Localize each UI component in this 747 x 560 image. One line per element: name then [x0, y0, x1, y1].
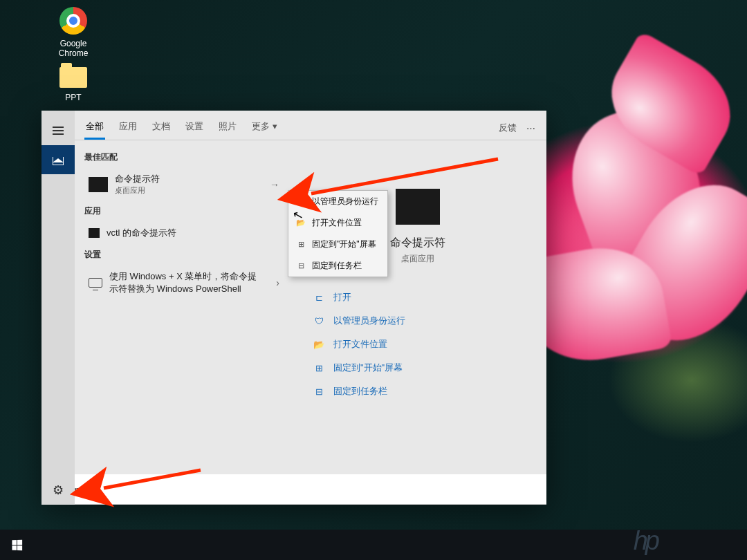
pin-taskbar-icon: ⊟ — [313, 386, 325, 397]
ctx-pin-to-start[interactable]: ⊞ 固定到"开始"屏幕 — [288, 234, 387, 255]
action-pin-taskbar[interactable]: ⊟ 固定到任务栏 — [310, 380, 533, 403]
action-pin-start[interactable]: ⊞ 固定到"开始"屏幕 — [310, 356, 533, 380]
open-icon: ⊏ — [313, 292, 325, 303]
windows-logo-icon — [12, 539, 22, 550]
desktop-icon-label: PPT — [47, 93, 100, 102]
home-icon — [53, 154, 64, 165]
action-open-location[interactable]: 📂 打开文件位置 — [310, 333, 533, 356]
shield-icon: 🛡 — [295, 197, 306, 207]
monitor-icon — [89, 278, 102, 288]
chrome-icon — [58, 6, 89, 36]
pin-taskbar-icon: ⊟ — [295, 261, 306, 271]
best-match-result[interactable]: 命令提示符 桌面应用 → — [84, 167, 289, 201]
action-run-as-admin[interactable]: 🛡 以管理员身份运行 — [310, 309, 533, 333]
tab-apps[interactable]: 应用 — [118, 116, 138, 140]
search-results-panel: 全部 应用 文档 设置 照片 更多 ▾ 反馈 ⋯ 最佳匹配 命令提示符 桌面应用… — [42, 111, 546, 505]
tab-settings[interactable]: 设置 — [184, 116, 205, 140]
folder-icon — [58, 59, 89, 90]
feedback-link[interactable]: 反馈 — [499, 122, 517, 134]
tab-more[interactable]: 更多 ▾ — [250, 116, 279, 140]
desktop-icon-ppt[interactable]: PPT — [47, 59, 100, 102]
home-button[interactable] — [42, 145, 75, 174]
pin-icon: ⊞ — [295, 240, 306, 250]
pin-icon: ⊞ — [313, 363, 325, 373]
apps-header: 应用 — [84, 201, 289, 221]
menu-button[interactable] — [42, 116, 75, 145]
best-match-header: 最佳匹配 — [84, 147, 289, 167]
shield-icon: 🛡 — [313, 316, 325, 326]
hp-logo: hp — [634, 526, 657, 556]
search-filter-tabs: 全部 应用 文档 设置 照片 更多 ▾ 反馈 ⋯ — [75, 111, 546, 140]
result-subtitle: 桌面应用 — [115, 185, 160, 196]
settings-result[interactable]: 使用 Windows + X 菜单时，将命令提示符替换为 Windows Pow… — [84, 265, 289, 301]
result-title: 命令提示符 — [115, 173, 160, 185]
desktop-icon-chrome[interactable]: Google Chrome — [47, 6, 100, 58]
settings-section-header: 设置 — [84, 245, 289, 265]
ctx-run-as-admin[interactable]: 🛡 以管理员身份运行 — [288, 191, 387, 212]
app-result-vctl[interactable]: vctl 的命令提示符 — [84, 221, 289, 245]
action-open[interactable]: ⊏ 打开 — [310, 286, 533, 309]
hamburger-icon — [53, 127, 64, 135]
results-left-column: 最佳匹配 命令提示符 桌面应用 → 应用 vctl 的命令提示符 设置 使用 W… — [75, 140, 289, 505]
expand-arrow-icon[interactable]: → — [264, 179, 285, 190]
preview-app-icon — [396, 189, 440, 225]
cmd-icon — [89, 177, 108, 192]
search-bar[interactable] — [42, 474, 546, 505]
gear-icon: ⚙ — [53, 483, 64, 498]
cmd-icon — [89, 228, 100, 238]
folder-open-icon: 📂 — [313, 339, 325, 350]
context-menu: 🛡 以管理员身份运行 📂 打开文件位置 ⊞ 固定到"开始"屏幕 ⊟ 固定到任务栏 — [288, 190, 388, 277]
tab-photos[interactable]: 照片 — [217, 116, 238, 140]
chevron-right-icon[interactable]: › — [270, 277, 285, 288]
settings-button[interactable]: ⚙ — [42, 476, 75, 505]
ctx-pin-to-taskbar[interactable]: ⊟ 固定到任务栏 — [288, 255, 387, 277]
more-options-button[interactable]: ⋯ — [526, 123, 537, 133]
start-menu-rail: ⚙ — [42, 111, 75, 505]
search-input[interactable] — [69, 484, 537, 496]
tab-documents[interactable]: 文档 — [151, 116, 172, 140]
tab-all[interactable]: 全部 — [84, 116, 105, 140]
start-button[interactable] — [0, 530, 33, 560]
desktop-icon-label: Google Chrome — [47, 39, 100, 58]
